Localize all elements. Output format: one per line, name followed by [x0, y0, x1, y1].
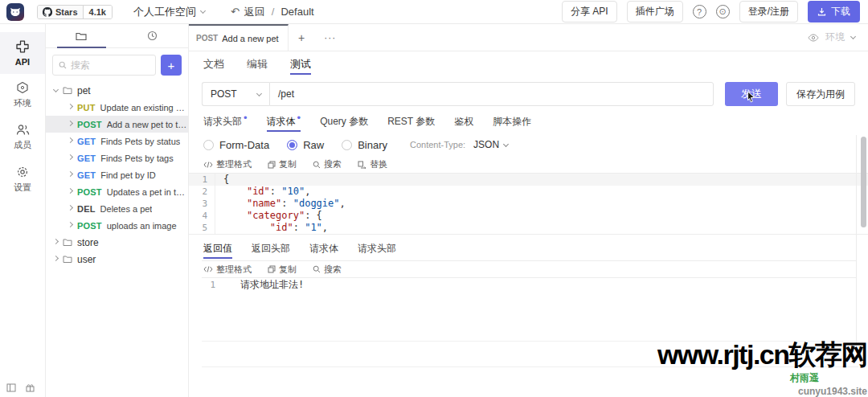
app-logo-cat-icon[interactable]: [6, 3, 24, 21]
share-api-button[interactable]: 分享 API: [562, 1, 617, 23]
new-tab-button[interactable]: +: [289, 24, 314, 51]
format-code-icon: [203, 161, 213, 169]
tree-folder-user[interactable]: user: [46, 251, 188, 268]
chevron-right-icon: [68, 205, 73, 211]
tree-api-item[interactable]: POSTuploads an image: [46, 217, 188, 234]
request-tab-鉴权[interactable]: 鉴权: [454, 109, 473, 133]
api-tree: petPUTUpdate an existing petPOSTAdd a ne…: [46, 80, 188, 397]
line-number: 2: [189, 186, 215, 198]
rail-item-成员[interactable]: 成员: [0, 117, 45, 158]
settings-icon: [16, 166, 29, 178]
environment-select[interactable]: 环境: [808, 24, 868, 51]
method-select[interactable]: POST: [202, 82, 269, 106]
toolbar-整理格式[interactable]: 整理格式: [203, 264, 252, 276]
content-type-select[interactable]: JSON: [473, 139, 508, 150]
tree-api-item[interactable]: GETFinds Pets by tags: [46, 149, 188, 166]
toolbar-整理格式[interactable]: 整理格式: [203, 158, 252, 170]
breadcrumb: ↶ 返回 / Default: [231, 5, 314, 19]
github-stars-badge[interactable]: Stars 4.1k: [37, 5, 113, 19]
response-tab-返回值[interactable]: 返回值: [203, 236, 232, 260]
api-name: uploads an image: [107, 221, 177, 231]
request-tab-脚本操作[interactable]: 脚本操作: [493, 109, 531, 133]
tree-api-item[interactable]: PUTUpdate an existing pet: [46, 99, 188, 116]
api-tree-panel: 搜索 + petPUTUpdate an existing petPOSTAdd…: [46, 24, 189, 397]
support-icon[interactable]: ⊙: [716, 5, 730, 18]
response-tab-请求头部[interactable]: 请求头部: [358, 236, 396, 260]
body-type-label-Raw[interactable]: Raw: [303, 139, 324, 151]
main-content: POST Add a new pet to th... + ··· 环境 文档编…: [189, 24, 868, 397]
toolbar-复制[interactable]: 复制: [268, 264, 297, 276]
request-tab-请求头部[interactable]: 请求头部•: [203, 109, 248, 133]
view-tab-测试[interactable]: 测试: [290, 51, 311, 77]
plugin-market-button[interactable]: 插件广场: [627, 1, 683, 23]
tab-more-button[interactable]: ···: [314, 24, 346, 51]
tree-folder-pet[interactable]: pet: [46, 82, 188, 99]
send-button[interactable]: 发送: [725, 82, 778, 106]
view-tab-编辑[interactable]: 编辑: [247, 51, 268, 77]
url-input[interactable]: /pet: [269, 82, 714, 106]
toolbar-替换[interactable]: 替换: [358, 158, 387, 170]
request-tab-Query 参数[interactable]: Query 参数: [320, 109, 368, 133]
method-badge: POST: [77, 221, 102, 231]
api-name: Find pet by ID: [100, 170, 155, 180]
gift-icon[interactable]: [26, 383, 35, 392]
api-name: Deletes a pet: [100, 204, 153, 214]
response-text: 请求地址非法!: [223, 278, 304, 292]
status-bar-icons: [6, 383, 35, 392]
back-button[interactable]: 返回: [244, 5, 265, 19]
body-type-label-Binary[interactable]: Binary: [358, 139, 387, 151]
project-name[interactable]: Default: [280, 6, 313, 18]
history-icon: [147, 31, 158, 41]
workspace-switcher[interactable]: 个人工作空间: [133, 5, 205, 19]
tree-api-item[interactable]: POSTUpdates a pet in th...: [46, 183, 188, 200]
request-body-editor[interactable]: 1{2 "id": "10",3 "name": "doggie",4 "cat…: [189, 174, 868, 235]
tab-history[interactable]: [117, 24, 189, 47]
tree-api-item[interactable]: GETFind pet by ID: [46, 166, 188, 183]
toolbar-搜索[interactable]: 搜索: [313, 158, 342, 170]
folder-icon: [63, 86, 72, 95]
body-type-label-Form-Data[interactable]: Form-Data: [219, 139, 269, 151]
radio-Binary[interactable]: [342, 140, 352, 150]
rail-item-设置[interactable]: 设置: [0, 158, 45, 201]
tree-folder-store[interactable]: store: [46, 234, 188, 251]
rail-item-label: API: [15, 57, 30, 67]
save-as-case-button[interactable]: 保存为用例: [786, 82, 855, 106]
view-tab-文档[interactable]: 文档: [203, 51, 224, 77]
radio-Form-Data[interactable]: [203, 140, 214, 150]
response-tab-返回头部[interactable]: 返回头部: [252, 236, 290, 260]
environment-icon: [16, 81, 29, 94]
response-panel: 整理格式复制搜索 1请求地址非法!: [202, 260, 857, 292]
add-api-button[interactable]: +: [161, 55, 182, 76]
search-placeholder: 搜索: [71, 59, 90, 72]
code-content: "id": "1",: [215, 222, 328, 234]
help-icon[interactable]: ?: [693, 5, 706, 18]
login-register-button[interactable]: 登录/注册: [739, 1, 798, 23]
request-tab-REST 参数[interactable]: REST 参数: [387, 109, 435, 133]
url-value: /pet: [278, 88, 294, 100]
request-tab-请求体[interactable]: 请求体•: [267, 109, 301, 133]
api-name: Add a new pet to th...: [107, 120, 188, 129]
response-body[interactable]: 1请求地址非法!: [202, 278, 857, 292]
download-button[interactable]: 下载: [808, 1, 860, 23]
response-toolbar: 整理格式复制搜索: [202, 260, 857, 278]
chevron-right-icon: [68, 104, 73, 109]
toggle-sidebar-icon[interactable]: [6, 383, 16, 392]
tree-api-item[interactable]: POSTAdd a new pet to th...: [46, 116, 188, 133]
radio-Raw[interactable]: [287, 140, 297, 150]
search-input[interactable]: 搜索: [52, 55, 156, 76]
code-line: 3 "name": "doggie",: [189, 198, 868, 210]
toolbar-搜索[interactable]: 搜索: [313, 264, 342, 276]
scrollbar-thumb[interactable]: [861, 137, 866, 227]
tree-api-item[interactable]: GETFinds Pets by status: [46, 133, 188, 149]
tree-api-item[interactable]: DELDeletes a pet: [46, 200, 188, 217]
method-badge: GET: [77, 170, 96, 180]
open-document-tab[interactable]: POST Add a new pet to th...: [189, 24, 289, 51]
toolbar-复制[interactable]: 复制: [268, 158, 297, 170]
response-tab-请求体[interactable]: 请求体: [309, 236, 338, 260]
document-tab-bar: POST Add a new pet to th... + ··· 环境: [189, 24, 868, 51]
rail-item-API[interactable]: API: [0, 32, 45, 74]
tab-collections[interactable]: [46, 24, 117, 47]
chevron-right-icon: [53, 256, 59, 261]
folder-icon: [76, 31, 87, 41]
rail-item-环境[interactable]: 环境: [0, 74, 45, 117]
